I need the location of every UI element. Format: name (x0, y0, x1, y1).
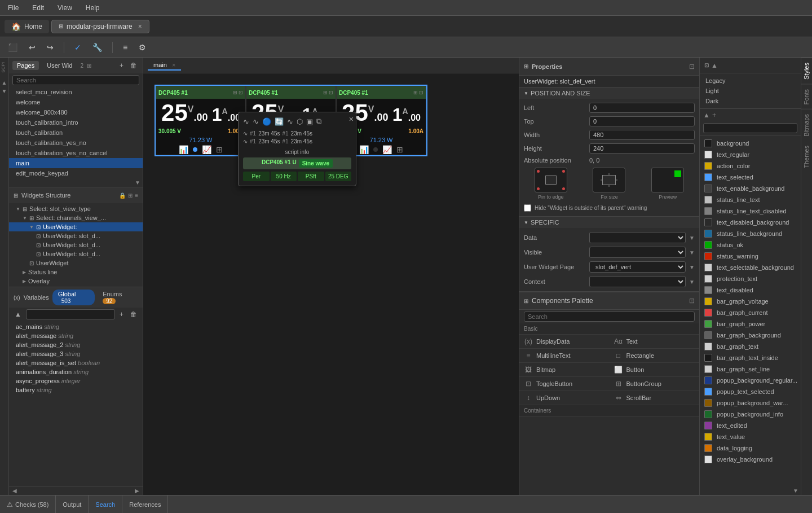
components-search-input[interactable] (524, 312, 695, 322)
project-tab-close[interactable]: × (138, 23, 142, 30)
popup-icon-stop[interactable]: ▣ (306, 117, 313, 126)
color-item-bar-graph-text-inside[interactable]: bar_graph_text_inside (700, 352, 801, 363)
component-buttongroup[interactable]: ⊞ ButtonGroup (610, 377, 700, 391)
component-button[interactable]: ⬜ Button (610, 363, 700, 377)
widgets-expand-icon[interactable]: ⊞ (128, 192, 133, 199)
color-item-popup-background-info[interactable]: popup_background_info (700, 409, 801, 420)
var-add[interactable]: + (117, 309, 126, 319)
hide-warning-checkbox[interactable] (524, 204, 531, 212)
tree-item-userwidget[interactable]: ▼ ⊡ UserWidget: (9, 222, 143, 231)
color-item-protection-text[interactable]: protection_text (700, 273, 801, 284)
component-rectangle[interactable]: □ Rectangle (610, 349, 700, 363)
popup-icon-circle[interactable]: 🔵 (262, 117, 271, 126)
scpi-btn[interactable]: SCPI (1, 60, 8, 75)
popup-icon-wave3[interactable]: ∿ (287, 117, 293, 126)
dcp-panel-1[interactable]: DCP405 #1 ⊞ ⊡ 25V.00 1A.00 (156, 86, 246, 155)
component-updown[interactable]: ↕ UpDown (519, 391, 610, 405)
color-item-status-line-text-disabled[interactable]: status_line_text_disabled (700, 205, 801, 217)
canvas-content[interactable]: DCP405 #1 ⊞ ⊡ 25V.00 1A.00 (143, 73, 519, 495)
components-expand[interactable]: ⊡ (689, 297, 695, 305)
popup-icon-cycle[interactable]: 🔄 (275, 117, 284, 126)
color-item-data-logging[interactable]: data_logging (700, 442, 801, 454)
style-item-dark[interactable]: Dark (700, 96, 801, 106)
status-references[interactable]: References (122, 496, 168, 513)
fix-size-button[interactable] (593, 168, 625, 192)
var-item-ac-mains[interactable]: ac_mains string (14, 322, 138, 331)
menu-button[interactable]: ≡ (120, 41, 131, 54)
popup-icon-wave1[interactable]: ∿ (243, 117, 249, 126)
color-item-bar-graph-voltage[interactable]: bar_graph_voltage (700, 296, 801, 307)
fonts-tab-button[interactable]: Fonts (801, 84, 812, 109)
page-item-main[interactable]: main (9, 158, 143, 168)
var-scroll-right[interactable]: ▶ (135, 488, 139, 494)
specific-select-visible[interactable] (589, 247, 686, 258)
styles-add-button[interactable]: + (712, 111, 716, 119)
widgets-lock-icon[interactable]: 🔒 (119, 192, 126, 199)
color-item-text-disabled-background[interactable]: text_disabled_background (700, 217, 801, 228)
page-item-touch-intro[interactable]: touch_calibration_intro (9, 117, 143, 128)
var-sort-asc[interactable]: ▲ (12, 309, 24, 319)
tree-item-overlay[interactable]: ▶ Overlay (9, 277, 143, 286)
component-text[interactable]: Aα Text (610, 335, 700, 349)
tree-item-userwidget2[interactable]: ⊡ UserWidget (9, 258, 143, 268)
var-tab-enums[interactable]: Enums 92 (97, 290, 138, 305)
props-input-width[interactable] (589, 130, 695, 140)
pages-search-input[interactable] (12, 75, 139, 85)
color-item-text-value[interactable]: text_value (700, 431, 801, 442)
tree-item-select-slot[interactable]: ▼ ⊞ Select: slot_view_type (9, 204, 143, 213)
pages-tab[interactable]: Pages (12, 61, 39, 70)
color-item-text-enable-background[interactable]: text_enable_background (700, 183, 801, 194)
component-scrollbar[interactable]: ⇔ ScrollBar (610, 391, 700, 405)
scpi-up[interactable]: ▲ (2, 80, 7, 86)
canvas-tab-close[interactable]: × (172, 62, 175, 68)
page-item-welcome-800[interactable]: welcome_800x480 (9, 107, 143, 117)
var-item-animations-duration[interactable]: animations_duration string (14, 367, 138, 376)
menu-file[interactable]: File (5, 3, 22, 13)
menu-view[interactable]: View (54, 3, 76, 13)
var-search-input[interactable] (26, 309, 115, 319)
style-item-light[interactable]: Light (700, 86, 801, 96)
var-item-alert-message-2[interactable]: alert_message_2 string (14, 340, 138, 349)
status-output[interactable]: Output (56, 496, 89, 513)
canvas-tab-main[interactable]: main × (148, 60, 181, 71)
page-item-edit-mode[interactable]: edit_mode_keypad (9, 168, 143, 178)
check-button[interactable]: ✓ (71, 41, 85, 54)
menu-help[interactable]: Help (82, 3, 103, 13)
props-input-height[interactable] (589, 143, 695, 154)
var-scroll-left[interactable]: ◀ (12, 488, 17, 494)
popup-icon-wave2[interactable]: ∿ (253, 117, 259, 126)
bitmaps-tab-button[interactable]: Bitmaps (801, 109, 812, 141)
status-checks[interactable]: ⚠ Checks (58) (0, 496, 56, 513)
var-item-alert-message-3[interactable]: alert_message_3 string (14, 349, 138, 358)
new-button[interactable]: ⬛ (5, 41, 21, 54)
undo-button[interactable]: ↩ (25, 41, 39, 54)
menu-edit[interactable]: Edit (29, 3, 47, 13)
color-item-bar-graph-background[interactable]: bar_graph_background (700, 330, 801, 341)
specific-select-user-widget-page[interactable]: slot_def_vert (589, 261, 686, 273)
color-item-text-disabled[interactable]: text_disabled (700, 284, 801, 296)
color-item-popup-background-warning[interactable]: popup_background_war... (700, 397, 801, 409)
scpi-down[interactable]: ▼ (2, 88, 7, 94)
color-item-bar-graph-current[interactable]: bar_graph_current (700, 307, 801, 318)
component-displaydata[interactable]: (x) DisplayData (519, 335, 610, 349)
color-item-text-selected[interactable]: text_selected (700, 172, 801, 183)
color-item-overlay-background[interactable]: overlay_background (700, 454, 801, 465)
styles-add-icon[interactable]: ▲ (703, 111, 710, 119)
color-item-background[interactable]: background (700, 138, 801, 149)
tree-item-slot-d2[interactable]: ⊡ UserWidget: slot_d... (9, 240, 143, 249)
settings-button[interactable]: ⚙ (135, 41, 149, 54)
widgets-options-icon[interactable]: ≡ (135, 192, 138, 199)
user-wid-tab[interactable]: User Wid (42, 61, 77, 70)
color-item-status-warning[interactable]: status_warning (700, 251, 801, 262)
color-item-action-color[interactable]: action_color (700, 160, 801, 172)
component-multilinetext[interactable]: ≡ MultilineText (519, 349, 610, 363)
page-item-touch-yes-no[interactable]: touch_calibration_yes_no (9, 138, 143, 148)
popup-icon-copy[interactable]: ⧉ (316, 117, 321, 126)
color-item-bar-graph-set-line[interactable]: bar_graph_set_line (700, 363, 801, 375)
specific-select-context[interactable] (589, 276, 686, 287)
color-item-status-ok[interactable]: status_ok (700, 239, 801, 251)
page-item-touch-yes-no-cancel[interactable]: touch_calibration_yes_no_cancel (9, 148, 143, 158)
redo-button[interactable]: ↪ (43, 41, 57, 54)
var-delete[interactable]: 🗑 (128, 309, 139, 319)
tree-item-select-channels[interactable]: ▼ ⊞ Select: channels_view_... (9, 213, 143, 222)
